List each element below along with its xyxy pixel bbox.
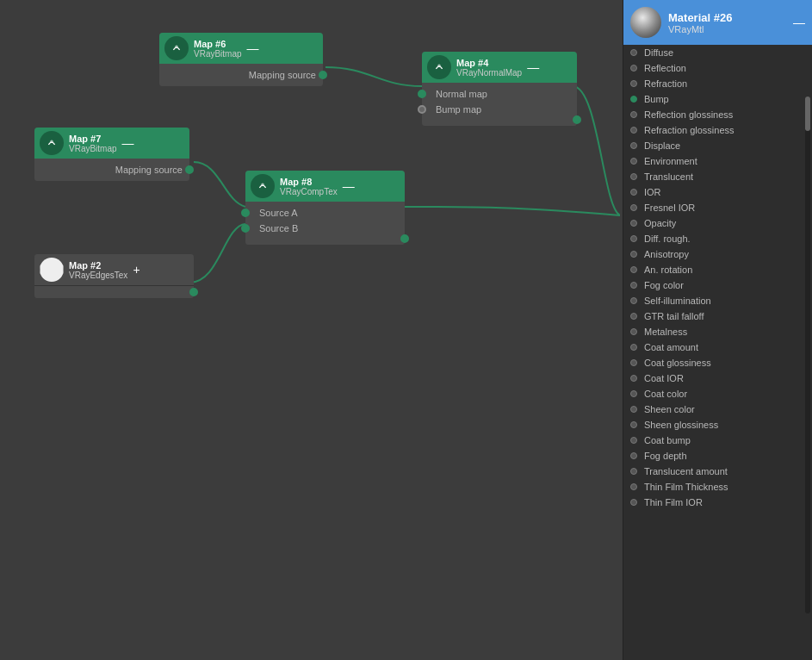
sidebar-item-anisotropy[interactable]: Anisotropy [623, 246, 812, 262]
sidebar-item-coat-color[interactable]: Coat color [623, 386, 812, 402]
node-map2-collapse[interactable]: + [133, 264, 139, 276]
sidebar-item-sheen-color[interactable]: Sheen color [623, 402, 812, 417]
node-map6-header[interactable]: Map #6 VRayBitmap — [159, 33, 323, 64]
sidebar-item-diffuse[interactable]: Diffuse [623, 45, 812, 60]
sidebar-subtitle: VRayMtl [668, 24, 732, 34]
node-map6-collapse[interactable]: — [247, 42, 259, 54]
node-map7-title: Map #7 [69, 134, 117, 144]
sidebar-dot-self-illumination [630, 297, 637, 304]
sidebar-dot-reflection-glossiness [630, 111, 637, 118]
node-map6-titles: Map #6 VRayBitmap [194, 39, 242, 59]
sidebar-item-translucent[interactable]: Translucent [623, 169, 812, 184]
port-map8-in-b[interactable] [241, 224, 250, 233]
sidebar-item-diff-rough[interactable]: Diff. rough. [623, 231, 812, 246]
sidebar-dot-sheen-color [630, 406, 637, 413]
sidebar-item-refraction[interactable]: Refraction [623, 76, 812, 91]
sidebar-dot-coat-glossiness [630, 359, 637, 366]
node-map8-collapse[interactable]: — [343, 180, 355, 192]
node-map8: Map #8 VRayCompTex — Source A Source B [245, 171, 405, 245]
sidebar-item-fresnel-ior[interactable]: Fresnel IOR [623, 200, 812, 215]
node-map2-subtitle: VRayEdgesTex [69, 271, 127, 280]
node-map4-titles: Map #4 VRayNormalMap [456, 58, 522, 78]
sidebar-dot-coat-bump [630, 437, 637, 444]
sidebar-item-coat-glossiness[interactable]: Coat glossiness [623, 355, 812, 370]
port-map8-in-a[interactable] [241, 209, 250, 217]
port-map4-out[interactable] [573, 115, 581, 124]
sidebar-item-fog-depth[interactable]: Fog depth [623, 448, 812, 464]
node-map8-port-source-b: Source B [245, 221, 405, 236]
sidebar-item-bump[interactable]: Bump [623, 91, 812, 107]
sidebar-item-opacity[interactable]: Opacity [623, 215, 812, 231]
port-map4-in-normal[interactable] [418, 90, 426, 98]
svg-point-3 [437, 64, 441, 67]
node-map4-collapse[interactable]: — [527, 61, 539, 73]
sidebar-item-coat-ior[interactable]: Coat IOR [623, 370, 812, 386]
scrollbar-thumb[interactable] [805, 97, 810, 131]
node-map4: Map #4 VRayNormalMap — Normal map Bump m… [422, 52, 577, 126]
node-map7-collapse[interactable]: — [122, 137, 134, 149]
node-map4-port-normalmap: Normal map [422, 86, 577, 102]
sidebar-item-environment[interactable]: Environment [623, 153, 812, 169]
node-map6-title: Map #6 [194, 39, 242, 49]
sidebar-item-an-rotation[interactable]: An. rotation [623, 262, 812, 277]
sidebar-item-sheen-glossiness[interactable]: Sheen glossiness [623, 417, 812, 433]
sidebar-dot-translucent-amount [630, 468, 637, 475]
node-map4-port-out [422, 117, 577, 122]
sidebar-item-displace[interactable]: Displace [623, 138, 812, 153]
sidebar-dot-diff-rough [630, 235, 637, 242]
node-map4-body: Normal map Bump map [422, 83, 577, 126]
svg-point-5 [50, 140, 53, 143]
svg-point-7 [261, 183, 264, 186]
sidebar-item-coat-bump[interactable]: Coat bump [623, 433, 812, 448]
sidebar-item-metalness[interactable]: Metalness [623, 324, 812, 339]
port-map7-out[interactable] [185, 165, 194, 174]
sidebar-item-refraction-glossiness[interactable]: Refraction glossiness [623, 122, 812, 138]
node-map2-header[interactable]: Map #2 VRayEdgesTex + [34, 254, 194, 286]
node-map7-header[interactable]: Map #7 VRayBitmap — [34, 128, 189, 159]
scrollbar-track[interactable] [805, 97, 810, 613]
port-map2-out[interactable] [189, 288, 198, 296]
sidebar-item-reflection[interactable]: Reflection [623, 60, 812, 76]
sidebar-item-thin-film-thickness[interactable]: Thin Film Thickness [623, 479, 812, 495]
node-map4-port-bumpmap: Bump map [422, 102, 577, 117]
sidebar-dot-diffuse [630, 49, 637, 56]
sidebar-dot-coat-color [630, 390, 637, 397]
sidebar-item-fog-color[interactable]: Fog color [623, 277, 812, 293]
node-map2-port-out [34, 290, 194, 295]
port-map8-out[interactable] [400, 234, 409, 243]
sidebar-dot-environment [630, 158, 637, 165]
sidebar-item-translucent-amount[interactable]: Translucent amount [623, 464, 812, 479]
sidebar-dot-translucent [630, 173, 637, 180]
sidebar-dot-coat-amount [630, 344, 637, 351]
node-map8-port-out [245, 236, 405, 241]
node-map2-title: Map #2 [69, 260, 127, 271]
sidebar-dot-gtr-tail-falloff [630, 313, 637, 320]
sidebar-dot-thin-film-thickness [630, 483, 637, 490]
node-map8-titles: Map #8 VRayCompTex [280, 177, 338, 196]
node-map4-header[interactable]: Map #4 VRayNormalMap — [422, 52, 577, 83]
node-map2-icon [40, 258, 64, 282]
node-map6-subtitle: VRayBitmap [194, 49, 242, 59]
sidebar-collapse[interactable]: — [793, 16, 805, 29]
port-map4-in-bump[interactable] [418, 105, 426, 114]
port-map6-out[interactable] [319, 71, 327, 79]
node-map8-icon [251, 174, 275, 198]
node-map7-subtitle: VRayBitmap [69, 144, 117, 153]
node-map6-icon [164, 36, 189, 60]
sidebar-dot-anisotropy [630, 251, 637, 258]
sidebar-item-gtr-tail-falloff[interactable]: GTR tail falloff [623, 308, 812, 324]
sidebar-item-thin-film-ior[interactable]: Thin Film IOR [623, 495, 812, 510]
sidebar-item-coat-amount[interactable]: Coat amount [623, 339, 812, 355]
sidebar-dot-bump [630, 96, 637, 103]
node-map2-body [34, 286, 194, 298]
sidebar-header[interactable]: Material #26 VRayMtl — [623, 0, 812, 45]
node-map8-header[interactable]: Map #8 VRayCompTex — [245, 171, 405, 202]
sidebar-dot-an-rotation [630, 266, 637, 273]
sidebar-item-self-illumination[interactable]: Self-illumination [623, 293, 812, 308]
sidebar-item-ior[interactable]: IOR [623, 184, 812, 200]
sidebar-dot-thin-film-ior [630, 499, 637, 506]
node-map4-subtitle: VRayNormalMap [456, 68, 522, 78]
sidebar-dot-displace [630, 142, 637, 149]
sidebar-dot-sheen-glossiness [630, 421, 637, 428]
sidebar-item-reflection-glossiness[interactable]: Reflection glossiness [623, 107, 812, 122]
